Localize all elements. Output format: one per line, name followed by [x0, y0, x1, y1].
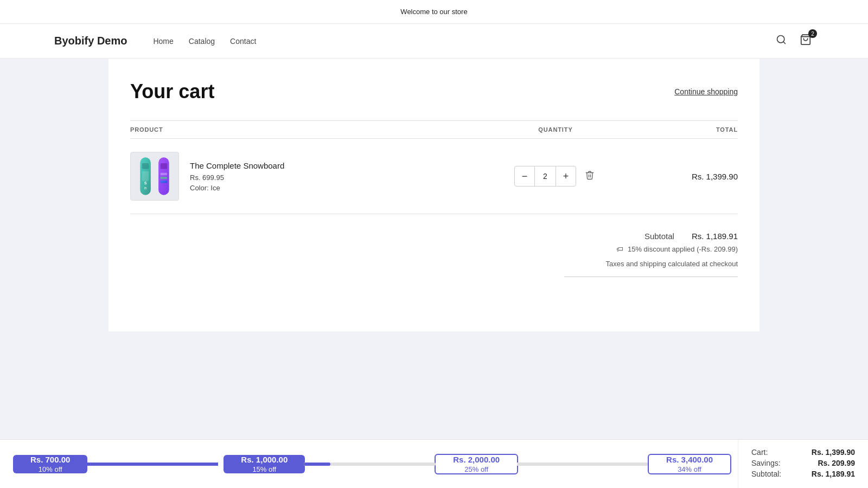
cart-title: Your cart	[130, 80, 214, 103]
quantity-increase-button[interactable]: +	[556, 166, 576, 186]
product-price: Rs. 699.95	[190, 174, 284, 182]
quantity-decrease-button[interactable]: −	[515, 166, 534, 186]
connector-1-2	[86, 463, 218, 466]
quantity-value: 2	[534, 166, 556, 186]
totals-subtotal-row: Subtotal: Rs. 1,189.91	[751, 470, 855, 478]
totals-cart-value: Rs. 1,399.90	[812, 448, 855, 457]
banner-text: Welcome to our store	[400, 8, 467, 16]
totals-savings-row: Savings: Rs. 209.99	[751, 459, 855, 467]
svg-rect-8	[158, 157, 169, 195]
svg-rect-10	[161, 173, 167, 175]
col-product-header: PRODUCT	[130, 126, 495, 133]
tier-4-amount: Rs. 3,400.00	[666, 455, 713, 464]
cart-badge: 2	[808, 29, 817, 38]
subtotal-label: Subtotal	[644, 232, 674, 241]
progress-fill	[304, 463, 330, 466]
progress-connector	[304, 463, 436, 466]
continue-shopping-button[interactable]: Continue shopping	[674, 87, 738, 96]
summary-divider	[564, 277, 738, 277]
subtotal-row: Subtotal Rs. 1,189.91	[644, 232, 738, 241]
product-info: The Complete Snowboard Rs. 699.95 Color:…	[190, 161, 284, 192]
cart-totals: Cart: Rs. 1,399.90 Savings: Rs. 209.99 S…	[738, 440, 868, 488]
header: Byobify Demo Home Catalog Contact 2	[0, 24, 868, 59]
svg-text:B: B	[144, 186, 146, 190]
svg-rect-4	[142, 163, 149, 169]
col-quantity-header: QUANTITY	[495, 126, 616, 133]
item-total: Rs. 1,399.90	[616, 172, 738, 181]
nav-home[interactable]: Home	[153, 37, 173, 46]
tier-2-amount: Rs. 1,000.00	[241, 455, 288, 464]
totals-cart-row: Cart: Rs. 1,399.90	[751, 448, 855, 457]
tier-1-amount: Rs. 700.00	[30, 455, 70, 464]
tier-3[interactable]: Rs. 2,000.00 25% off	[435, 454, 518, 474]
quantity-column: − 2 +	[495, 166, 616, 187]
col-total-header: TOTAL	[616, 126, 738, 133]
header-icons: 2	[774, 31, 814, 50]
svg-text:S: S	[144, 181, 147, 185]
tier-2-off: 15% off	[252, 465, 276, 473]
cart-item: S B The Complete Snowboard Rs. 699.95 Co…	[130, 139, 738, 214]
product-column: S B The Complete Snowboard Rs. 699.95 Co…	[130, 152, 495, 201]
totals-subtotal-value: Rs. 1,189.91	[812, 470, 855, 478]
delete-item-button[interactable]	[583, 168, 597, 184]
nav-catalog[interactable]: Catalog	[189, 37, 215, 46]
svg-line-1	[783, 42, 786, 44]
nav-contact[interactable]: Contact	[230, 37, 256, 46]
main-content: Your cart Continue shopping PRODUCT QUAN…	[0, 59, 868, 396]
discount-bar: Rs. 700.00 10% off Rs. 1,000.00 15% off …	[0, 439, 868, 488]
totals-cart-label: Cart:	[751, 448, 768, 457]
tier-2[interactable]: Rs. 1,000.00 15% off	[224, 455, 305, 473]
totals-savings-label: Savings:	[751, 459, 781, 467]
tag-icon: 🏷	[616, 245, 623, 253]
totals-subtotal-label: Subtotal:	[751, 470, 781, 478]
cart-columns: PRODUCT QUANTITY TOTAL	[130, 120, 738, 139]
svg-rect-11	[161, 177, 167, 179]
tier-4-off: 34% off	[678, 465, 701, 473]
product-name: The Complete Snowboard	[190, 161, 284, 170]
store-logo: Byobify Demo	[54, 35, 127, 47]
tier-1-off: 10% off	[39, 465, 62, 473]
tier-3-amount: Rs. 2,000.00	[453, 455, 500, 464]
svg-rect-12	[161, 181, 167, 183]
discount-text: 15% discount applied (-Rs. 209.99)	[628, 245, 738, 253]
cart-button[interactable]: 2	[797, 31, 814, 50]
tier-3-off: 25% off	[464, 465, 488, 473]
tier-4[interactable]: Rs. 3,400.00 34% off	[648, 454, 731, 474]
cart-header: Your cart Continue shopping	[130, 80, 738, 103]
tier-1[interactable]: Rs. 700.00 10% off	[13, 455, 87, 473]
totals-savings-value: Rs. 209.99	[818, 459, 856, 467]
cart-container: Your cart Continue shopping PRODUCT QUAN…	[108, 59, 760, 331]
product-image: S B	[130, 152, 179, 201]
quantity-control: − 2 +	[514, 166, 576, 187]
product-variant: Color: Ice	[190, 184, 284, 192]
connector-3-4	[517, 463, 649, 466]
search-button[interactable]	[774, 32, 789, 50]
subtotal-value: Rs. 1,189.91	[692, 232, 738, 241]
svg-rect-9	[161, 163, 167, 169]
top-banner: Welcome to our store	[0, 0, 868, 24]
discount-tiers-container: Rs. 700.00 10% off Rs. 1,000.00 15% off …	[0, 440, 738, 488]
svg-rect-5	[142, 171, 149, 181]
main-nav: Home Catalog Contact	[153, 37, 774, 46]
taxes-note: Taxes and shipping calculated at checkou…	[605, 260, 738, 268]
cart-summary: Subtotal Rs. 1,189.91 🏷 15% discount app…	[130, 214, 738, 299]
discount-row: 🏷 15% discount applied (-Rs. 209.99)	[616, 245, 738, 253]
